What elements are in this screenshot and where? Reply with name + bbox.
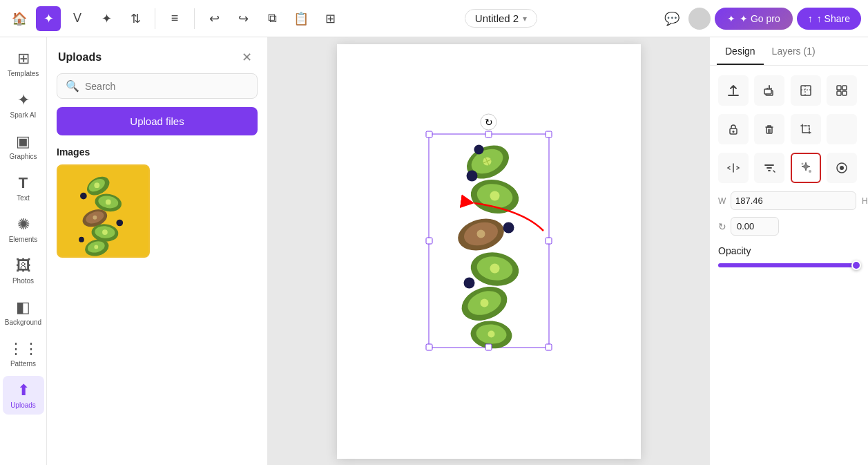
share-button[interactable]: ↑ ↑ Share xyxy=(797,8,861,30)
opacity-thumb[interactable] xyxy=(851,260,861,270)
selected-element[interactable]: ↻ xyxy=(428,133,549,348)
svg-point-6 xyxy=(106,200,111,205)
grid-align-button[interactable] xyxy=(827,75,857,106)
opacity-label: Opacity xyxy=(718,245,860,256)
tab-design[interactable]: Design xyxy=(717,37,764,65)
upload-panel: Uploads ✕ 🔍 Upload files Images xyxy=(47,37,268,465)
svg-point-27 xyxy=(474,144,483,154)
sidebar-item-templates[interactable]: ⊞ Templates xyxy=(3,44,44,83)
comments-button[interactable]: 💬 xyxy=(659,6,684,31)
sidebar-item-label-elements: Elements xyxy=(9,236,38,243)
svg-rect-50 xyxy=(801,86,811,95)
handle-top-right[interactable] xyxy=(545,131,552,137)
handle-middle-left[interactable] xyxy=(425,237,432,244)
sidebar-item-graphics[interactable]: ▣ Graphics xyxy=(3,127,44,166)
svg-point-44 xyxy=(503,222,514,233)
kiwi-thumbnail-svg xyxy=(58,164,148,258)
redo-button[interactable]: ↪ xyxy=(231,6,255,31)
chevron-down-icon: ▾ xyxy=(523,14,527,23)
svg-point-3 xyxy=(94,182,99,188)
sidebar-item-background[interactable]: ◧ Background xyxy=(3,293,44,332)
close-panel-button[interactable]: ✕ xyxy=(238,48,256,66)
svg-point-15 xyxy=(94,245,98,249)
right-panel-content: W H 🔒 ↻ Opacity xyxy=(710,66,868,283)
upload-files-button[interactable]: Upload files xyxy=(57,107,258,135)
bring-forward-button[interactable] xyxy=(754,75,784,106)
send-back-button[interactable] xyxy=(718,75,749,106)
panel-header: Uploads ✕ xyxy=(47,37,267,73)
sidebar-item-sparkai[interactable]: ✦ Spark AI xyxy=(3,86,44,124)
svg-rect-57 xyxy=(766,127,772,133)
tab-layers[interactable]: Layers (1) xyxy=(764,37,824,65)
icon-grid-row2 xyxy=(718,114,860,144)
right-tabs: Design Layers (1) xyxy=(710,37,868,66)
share-icon: ↑ xyxy=(808,13,813,24)
text-effects-button[interactable] xyxy=(754,153,784,183)
height-group: H xyxy=(862,191,868,210)
sidebar-item-label-patterns: Patterns xyxy=(10,360,36,368)
spark-button[interactable]: ✦ xyxy=(36,6,61,31)
sidebar-item-text[interactable]: T Text xyxy=(3,169,44,207)
sidebar-item-patterns[interactable]: ⋮⋮ Patterns xyxy=(3,334,44,373)
width-input[interactable] xyxy=(731,191,856,210)
delete-button[interactable] xyxy=(754,114,784,144)
placeholder-button-1[interactable] xyxy=(827,114,857,144)
panel-title: Uploads xyxy=(58,51,102,64)
image-thumbnail[interactable] xyxy=(57,164,150,258)
sidebar-item-label-sparkai: Spark AI xyxy=(10,111,37,119)
style-button[interactable] xyxy=(827,153,857,183)
go-pro-button[interactable]: ✦ ✦ Go pro xyxy=(715,8,793,30)
svg-point-43 xyxy=(466,170,477,181)
document-title: Untitled 2 xyxy=(475,12,519,24)
crop-button[interactable] xyxy=(791,114,821,144)
undo-button[interactable]: ↩ xyxy=(202,6,226,31)
handle-bottom-middle[interactable] xyxy=(485,343,492,350)
canvas-area[interactable]: ↻ xyxy=(268,37,709,465)
sidebar-item-photos[interactable]: 🖼 Photos xyxy=(3,252,44,290)
search-bar[interactable]: 🔍 xyxy=(57,73,258,99)
sidebar-item-label-uploads: Uploads xyxy=(10,401,36,409)
background-icon: ◧ xyxy=(16,298,30,316)
svg-rect-52 xyxy=(842,86,847,90)
svg-point-45 xyxy=(463,277,474,288)
svg-point-61 xyxy=(840,166,844,170)
width-label: W xyxy=(718,196,728,206)
go-pro-label: ✦ Go pro xyxy=(740,13,780,24)
opacity-slider[interactable] xyxy=(718,263,860,267)
rotation-input[interactable] xyxy=(731,217,779,236)
handle-middle-right[interactable] xyxy=(545,237,552,244)
top-toolbar: 🏠 ✦ V ✦ ⇅ ≡ ↩ ↪ ⧉ 📋 ⊞ Untitled 2 ▾ 💬 ✦ ✦… xyxy=(0,0,868,37)
adjust-button[interactable]: ⇅ xyxy=(123,6,148,31)
rotation-row: ↻ xyxy=(718,217,860,236)
main-area: ⊞ Templates ✦ Spark AI ▣ Graphics T Text… xyxy=(0,37,868,465)
svg-point-36 xyxy=(490,263,499,273)
images-grid xyxy=(47,164,267,258)
svg-point-42 xyxy=(488,330,494,337)
handle-bottom-left[interactable] xyxy=(425,343,432,350)
sidebar-item-elements[interactable]: ✺ Elements xyxy=(3,210,44,249)
layers-button[interactable]: ⧉ xyxy=(260,6,284,31)
sidebar-item-uploads[interactable]: ⬆ Uploads xyxy=(3,376,44,415)
ai-magic-button[interactable] xyxy=(791,153,821,183)
right-panel: Design Layers (1) xyxy=(709,37,868,465)
height-label: H xyxy=(862,196,868,206)
home-button[interactable]: 🏠 xyxy=(7,6,32,31)
rotate-handle[interactable]: ↻ xyxy=(481,113,497,130)
handle-bottom-right[interactable] xyxy=(545,343,552,350)
handle-top-left[interactable] xyxy=(425,131,432,137)
version-button[interactable]: V xyxy=(65,6,90,31)
title-pill[interactable]: Untitled 2 ▾ xyxy=(465,9,537,28)
opacity-slider-wrap[interactable] xyxy=(718,263,860,273)
lock-button[interactable] xyxy=(718,114,749,144)
handle-top-middle[interactable] xyxy=(485,131,492,137)
resize-button[interactable] xyxy=(791,75,821,106)
magic-button[interactable]: ✦ xyxy=(94,6,119,31)
search-input[interactable] xyxy=(85,81,249,92)
sidebar-item-label-templates: Templates xyxy=(8,70,39,77)
menu-button[interactable]: ≡ xyxy=(162,6,187,31)
svg-point-39 xyxy=(480,298,488,307)
grid-button[interactable]: ⊞ xyxy=(318,6,343,31)
notes-button[interactable]: 📋 xyxy=(289,6,314,31)
flip-button[interactable] xyxy=(718,153,749,183)
sidebar-item-label-text: Text xyxy=(17,194,29,202)
